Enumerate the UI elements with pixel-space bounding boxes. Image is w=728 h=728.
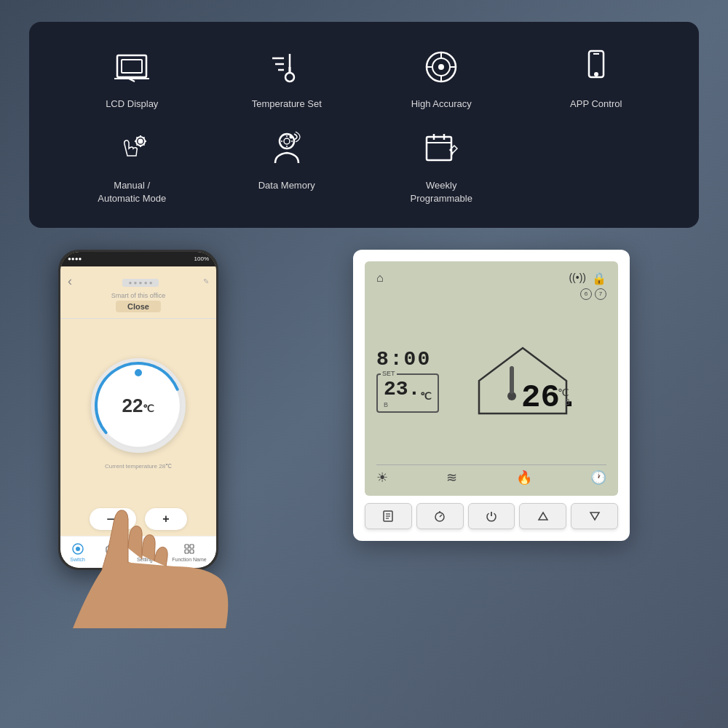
feature-lcd-display: LCD Display xyxy=(58,44,206,111)
phone-thermostat-circle: 22℃ xyxy=(91,358,186,453)
flame-icon: 🔥 xyxy=(516,470,532,486)
screen-top-icons: ⌂ ((•)) 🔒 xyxy=(376,272,606,285)
svg-line-26 xyxy=(137,138,138,138)
phone-signal: ●●●● xyxy=(68,256,82,262)
manual-auto-label: Manual /Automatic Mode xyxy=(98,179,166,205)
svg-line-70 xyxy=(440,515,442,517)
day-indicators: 6 7 xyxy=(376,288,606,300)
clock-icon: 🕐 xyxy=(590,470,606,486)
screen-top-right: ((•)) 🔒 xyxy=(569,272,606,285)
svg-line-27 xyxy=(143,144,144,145)
phone-title-bar: ● ● ● ● ● xyxy=(122,279,158,287)
day-7: 7 xyxy=(595,288,606,300)
phone-battery: 100% xyxy=(194,256,209,262)
timer-button[interactable] xyxy=(416,503,464,529)
phone-close-label[interactable]: Close xyxy=(116,301,161,312)
svg-point-31 xyxy=(284,138,290,144)
high-accuracy-label: High Accuracy xyxy=(411,98,472,111)
home-icon: ⌂ xyxy=(376,272,384,285)
temperature-set-label: Temperature Set xyxy=(252,98,322,111)
thermostat-screen: ⌂ ((•)) 🔒 6 7 xyxy=(365,261,618,496)
svg-line-28 xyxy=(143,138,144,138)
sun-icon: ☀ xyxy=(376,470,388,486)
svg-rect-1 xyxy=(122,60,142,73)
features-grid: LCD Display Temperature Set xyxy=(58,44,670,206)
phone-hand: ●●●● 100% ‹ ● ● ● ● ● ✎ Smart of this of… xyxy=(29,250,262,628)
house-svg: 26. ℃ B xyxy=(472,341,574,421)
screen-house: 26. ℃ B xyxy=(439,303,606,459)
screen-left: 8:00 SET 23.℃ B xyxy=(376,303,439,459)
set-temperature: 23.℃ xyxy=(384,378,432,400)
feature-manual-auto: Manual /Automatic Mode xyxy=(58,125,206,205)
phone-subtitle: Smart of this office xyxy=(111,292,165,299)
features-panel: LCD Display Temperature Set xyxy=(29,22,699,228)
svg-rect-60 xyxy=(510,366,514,394)
power-button[interactable] xyxy=(468,503,515,529)
bottom-section: ●●●● 100% ‹ ● ● ● ● ● ✎ Smart of this of… xyxy=(29,250,699,628)
book-button[interactable] xyxy=(365,503,412,529)
screen-time: 8:00 xyxy=(376,348,431,371)
svg-point-19 xyxy=(595,73,598,76)
feature-data-memory: Data Memory xyxy=(213,125,361,205)
phone-temp-display: 22℃ xyxy=(122,395,155,417)
screen-set-box: SET 23.℃ B xyxy=(376,373,439,414)
phone-current-label: Current temperature 28℃ xyxy=(105,463,172,470)
phone-container: ●●●● 100% ‹ ● ● ● ● ● ✎ Smart of this of… xyxy=(29,250,262,628)
app-control-icon xyxy=(573,44,620,90)
svg-point-36 xyxy=(290,136,292,138)
high-accuracy-icon xyxy=(418,44,464,90)
feature-weekly-programmable: WeeklyProgrammable xyxy=(368,125,515,205)
phone-back-btn[interactable]: ‹ xyxy=(68,274,72,289)
thermostat-buttons xyxy=(365,503,618,529)
phone-header: ‹ ● ● ● ● ● ✎ Smart of this office Close xyxy=(60,266,216,319)
app-control-label: APP Control xyxy=(570,98,622,111)
set-label: SET xyxy=(381,370,397,377)
lock-icon: 🔒 xyxy=(592,272,606,285)
svg-point-44 xyxy=(135,369,142,376)
svg-line-29 xyxy=(137,144,138,145)
data-memory-icon xyxy=(264,125,310,172)
lcd-display-label: LCD Display xyxy=(106,98,158,111)
svg-point-21 xyxy=(139,140,143,143)
svg-point-12 xyxy=(439,65,443,69)
day-6: 6 xyxy=(580,288,592,300)
wifi-icon: ((•)) xyxy=(569,272,586,285)
svg-marker-72 xyxy=(590,513,599,520)
down-button[interactable] xyxy=(571,503,618,529)
heat-waves-icon: ≋ xyxy=(446,470,457,486)
phone-edit-icon[interactable]: ✎ xyxy=(203,277,209,285)
screen-bottom-icons: ☀ ≋ 🔥 🕐 xyxy=(376,464,606,486)
set-subscript-b: B xyxy=(384,401,388,408)
feature-temperature-set: Temperature Set xyxy=(213,44,361,111)
data-memory-label: Data Memory xyxy=(258,179,315,192)
temperature-set-icon xyxy=(264,44,310,90)
lcd-display-icon xyxy=(108,44,155,90)
svg-point-8 xyxy=(285,73,294,82)
manual-auto-icon xyxy=(108,125,155,172)
svg-rect-37 xyxy=(427,137,451,160)
up-button[interactable] xyxy=(519,503,566,529)
feature-high-accuracy: High Accuracy xyxy=(368,44,515,111)
phone-status-bar: ●●●● 100% xyxy=(60,252,216,266)
hand-svg xyxy=(29,483,262,628)
thermostat-device: ⌂ ((•)) 🔒 6 7 xyxy=(353,250,630,541)
svg-text:℃: ℃ xyxy=(558,387,569,398)
thermostat-container: ⌂ ((•)) 🔒 6 7 xyxy=(284,250,699,541)
feature-app-control: APP Control xyxy=(523,44,670,111)
weekly-programmable-label: WeeklyProgrammable xyxy=(411,179,472,205)
weekly-programmable-icon xyxy=(418,125,464,172)
screen-main-area: 8:00 SET 23.℃ B xyxy=(376,303,606,459)
svg-text:B: B xyxy=(565,398,570,406)
svg-marker-71 xyxy=(539,513,547,520)
